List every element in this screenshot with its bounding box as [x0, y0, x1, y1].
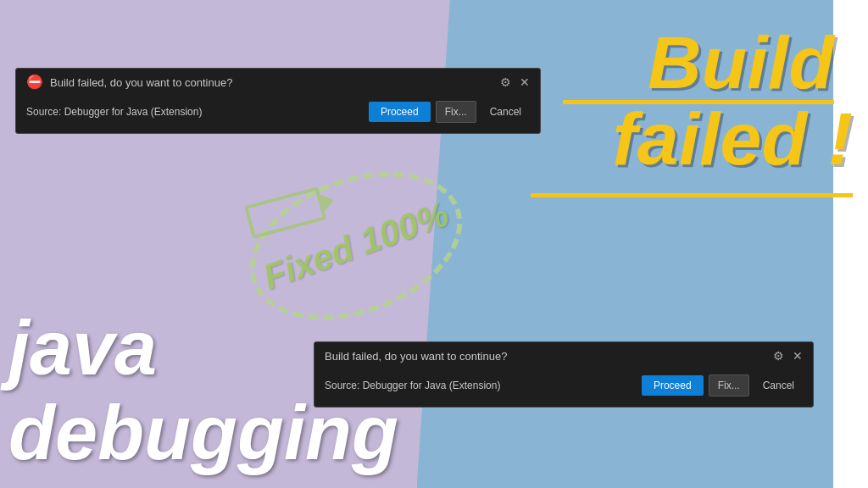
- error-icon: ⛔: [26, 75, 43, 89]
- fix-button-bottom[interactable]: Fix...: [709, 374, 749, 396]
- close-icon-bottom[interactable]: ✕: [793, 349, 803, 363]
- dialog-top-title-right: ⚙ ✕: [500, 75, 530, 89]
- content: ⛔ Build failed, do you want to continue?…: [0, 0, 868, 488]
- dialog-bottom-title-left: Build failed, do you want to continue?: [325, 350, 507, 363]
- dialog-top: ⛔ Build failed, do you want to continue?…: [15, 68, 541, 134]
- dialog-bottom-titlebar: Build failed, do you want to continue? ⚙…: [314, 342, 813, 369]
- proceed-button-bottom[interactable]: Proceed: [642, 375, 704, 396]
- dialog-top-buttons: Proceed Fix... Cancel: [369, 101, 530, 123]
- dialog-top-body: Source: Debugger for Java (Extension) Pr…: [16, 96, 540, 133]
- fix-button-top[interactable]: Fix...: [436, 101, 476, 123]
- dialog-bottom-body: Source: Debugger for Java (Extension) Pr…: [314, 369, 813, 407]
- failed-text: failed !: [612, 102, 853, 176]
- cancel-button-bottom[interactable]: Cancel: [754, 375, 803, 396]
- gear-icon-bottom[interactable]: ⚙: [773, 349, 784, 363]
- failed-underline: [531, 193, 853, 197]
- close-icon-top[interactable]: ✕: [520, 75, 530, 89]
- build-text: Build: [648, 25, 834, 100]
- dialog-bottom-title-text: Build failed, do you want to continue?: [325, 350, 507, 363]
- gear-icon-top[interactable]: ⚙: [500, 75, 511, 89]
- dialog-top-title-text: Build failed, do you want to continue?: [50, 76, 232, 89]
- dialog-top-source: Source: Debugger for Java (Extension): [26, 106, 202, 118]
- dialog-top-title-left: ⛔ Build failed, do you want to continue?: [26, 75, 232, 89]
- stamp-container: Fixed 100%: [219, 134, 494, 358]
- dialog-bottom-source: Source: Debugger for Java (Extension): [325, 380, 500, 391]
- java-text: java: [8, 310, 157, 386]
- dialog-bottom-title-right: ⚙ ✕: [773, 349, 803, 363]
- dialog-bottom-buttons: Proceed Fix... Cancel: [642, 374, 803, 396]
- dialog-bottom: Build failed, do you want to continue? ⚙…: [314, 341, 814, 408]
- cancel-button-top[interactable]: Cancel: [481, 102, 530, 122]
- dialog-top-titlebar: ⛔ Build failed, do you want to continue?…: [16, 69, 540, 96]
- proceed-button-top[interactable]: Proceed: [369, 102, 431, 122]
